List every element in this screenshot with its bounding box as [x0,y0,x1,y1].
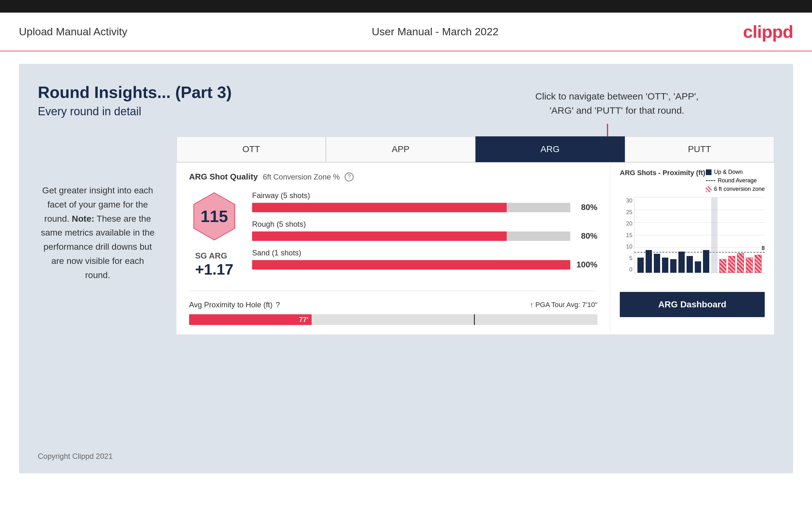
top-bar [0,0,812,13]
legend-hatched-6ft [706,186,711,192]
bars-chart-area [634,198,765,273]
hexagon-container: 115 SG ARG +1.17 [189,191,240,278]
legend-label-6ft: 6 ft conversion zone [714,186,765,192]
left-description: Get greater insight into each facet of y… [38,184,158,282]
chart-bar-1 [638,258,644,273]
chart-bar-hatched-2 [728,256,735,273]
clippd-logo: clippd [743,21,793,42]
left-panel: ARG Shot Quality 6ft Conversion Zone % ?… [176,163,610,334]
bar-wrapper-sand: 100% [252,260,597,270]
nav-hint-text: Click to navigate between 'OTT', 'APP','… [535,89,699,117]
bar-pct-rough: 80% [575,231,597,241]
bar-row-fairway: Fairway (5 shots) 80% [252,191,597,212]
legend-label-updown: Up & Down [714,169,743,175]
y-label-15: 15 [620,232,632,239]
bar-fill-sand [252,260,570,270]
proximity-bar-fill: 77' [189,314,312,325]
proximity-bar-track: 77' [189,314,597,325]
legend-item-avg: Round Average [706,177,765,184]
bar-fill-fairway [252,203,507,212]
tab-ott[interactable]: OTT [176,136,326,162]
footer-text: Copyright Clippd 2021 [38,452,112,460]
bar-track-rough [252,231,570,241]
chart-bar-2 [646,250,652,273]
section-title: ARG Shot Quality [189,172,258,182]
y-label-5: 5 [620,255,632,262]
bar-track-sand [252,260,570,270]
panel-container: ARG Shot Quality 6ft Conversion Zone % ?… [176,163,774,334]
header: Upload Manual Activity User Manual - Mar… [0,13,812,51]
bars-container: Fairway (5 shots) 80% Rough (5 shots) [252,191,597,277]
chart-bar-4 [662,258,668,273]
bar-row-rough: Rough (5 shots) 80% [252,220,597,241]
legend: Up & Down Round Average 6 ft conversion … [706,169,765,192]
legend-dashed-avg [706,180,715,181]
chart-title: ARG Shots - Proximity (ft) [620,169,705,177]
main-content: Round Insights... (Part 3) Every round i… [19,64,793,473]
arg-dashboard-button[interactable]: ARG Dashboard [620,292,765,317]
section-sub: 6ft Conversion Zone % [263,173,340,181]
header-left: Upload Manual Activity [19,25,127,38]
y-label-0: 0 [620,267,632,273]
sg-label: SG ARG [195,251,233,261]
chart-bar-hatched-3 [737,253,744,273]
question-icon[interactable]: ? [345,173,354,181]
legend-label-avg: Round Average [718,177,757,184]
proximity-avg: ↑ PGA Tour Avg: 7'10" [530,301,597,309]
section-header: ARG Shot Quality 6ft Conversion Zone % ? [189,172,597,182]
hex-number: 115 [201,207,228,226]
bar-fill-rough [252,231,507,241]
bar-pct-fairway: 80% [575,203,597,212]
score-area: 115 SG ARG +1.17 Fairway (5 shots) [189,191,597,278]
chart-bar-hatched-5 [755,255,762,273]
cursor-line [474,314,475,325]
bar-row-sand: Sand (1 shots) 100% [252,248,597,270]
tab-app[interactable]: APP [326,136,475,162]
bar-label-fairway: Fairway (5 shots) [252,191,597,200]
chart-container: 30 25 20 15 10 5 0 [620,198,765,286]
chart-area: 8 [634,198,765,273]
proximity-title: Avg Proximity to Hole (ft) ? [189,300,280,309]
footer: Copyright Clippd 2021 [38,452,112,461]
proximity-bar-label: 77' [299,316,308,324]
bar-track-fairway [252,203,570,212]
bar-label-sand: Sand (1 shots) [252,248,597,257]
tab-arg[interactable]: ARG [475,136,625,162]
y-label-20: 20 [620,220,632,227]
tab-putt[interactable]: PUTT [625,136,774,162]
chart-bar-hatched-4 [746,258,753,273]
y-label-25: 25 [620,209,632,216]
right-panel: ARG Shots - Proximity (ft) Up & Down Rou… [610,163,774,334]
y-label-30: 30 [620,198,632,204]
tall-bar [711,198,717,273]
proximity-header: Avg Proximity to Hole (ft) ? ↑ PGA Tour … [189,300,597,309]
legend-square-updown [706,169,711,175]
chart-bar-hatched-1 [719,259,726,273]
hexagon: 115 [189,191,240,241]
chart-bar-3 [654,254,660,273]
tabs: OTT APP ARG PUTT [176,136,774,163]
bar-label-rough: Rough (5 shots) [252,220,597,229]
chart-bar-8 [695,261,701,273]
chart-bar-6 [678,251,685,273]
chart-bar-7 [687,256,693,273]
chart-bar-5 [670,259,676,273]
chart-bar-9 [703,250,709,273]
bar-wrapper-rough: 80% [252,231,597,241]
proximity-section: Avg Proximity to Hole (ft) ? ↑ PGA Tour … [189,291,597,325]
legend-item-6ft: 6 ft conversion zone [706,186,765,192]
chart-y-axis: 30 25 20 15 10 5 0 [620,198,632,273]
header-center: User Manual - March 2022 [372,25,499,38]
bar-pct-sand: 100% [575,260,597,270]
proximity-title-text: Avg Proximity to Hole (ft) [189,300,272,309]
chart-header: ARG Shots - Proximity (ft) Up & Down Rou… [620,169,765,192]
y-label-10: 10 [620,243,632,250]
sg-value: +1.17 [195,261,233,278]
proximity-question-icon[interactable]: ? [276,300,280,309]
legend-item-updown: Up & Down [706,169,765,175]
bar-wrapper-fairway: 80% [252,203,597,212]
card-area: OTT APP ARG PUTT ARG Shot Quality 6ft Co… [176,136,774,334]
